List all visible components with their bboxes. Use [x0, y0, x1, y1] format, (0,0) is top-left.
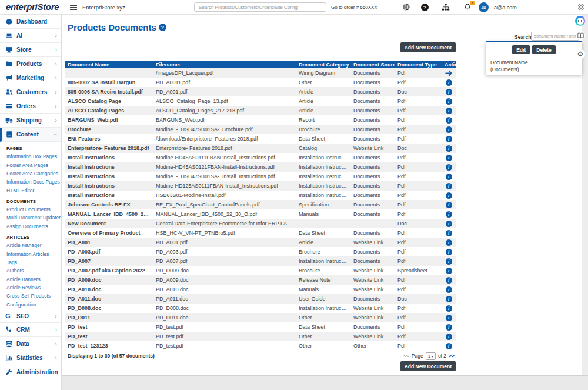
table-row[interactable]: Overview of Primary Product HSB_HC-V_VN-…	[65, 228, 456, 238]
notifications-bell-icon[interactable]: 3	[463, 3, 472, 11]
table-row[interactable]: Install Instructions Modine_-_HSB47SB01S…	[65, 172, 456, 181]
col-document-name[interactable]: Document Name	[65, 61, 153, 68]
page-help-icon[interactable]: ?	[159, 24, 166, 31]
info-icon[interactable]: i	[446, 277, 452, 284]
info-icon[interactable]: i	[446, 126, 452, 133]
table-row[interactable]: BARGUNS_Web.pdf BARGUNS_Web.pdf Report D…	[65, 115, 456, 125]
table-row[interactable]: PD_A007.pdf aka Caption 2022 PD_D009.doc…	[65, 266, 456, 275]
info-icon[interactable]: i	[446, 268, 452, 274]
info-icon[interactable]: i	[446, 239, 452, 246]
info-icon[interactable]: i	[446, 164, 452, 171]
sidebar-link[interactable]: Configuration	[0, 301, 61, 309]
info-icon[interactable]: i	[446, 79, 452, 86]
table-row[interactable]: PD_test_123123 PD_test.pdf Other Other P…	[65, 341, 456, 351]
info-icon[interactable]: i	[446, 202, 452, 208]
col-document-type[interactable]: Document Type	[395, 61, 442, 68]
next-page-button[interactable]: >>	[449, 353, 455, 359]
goto-order-link[interactable]: Go to order # 660XXX	[331, 5, 377, 10]
table-row[interactable]: 805-0002 SA Install Bargun PD_A0011.pdf …	[65, 78, 456, 87]
brand-logo[interactable]: enterpriStore	[6, 2, 59, 12]
sidebar-link[interactable]: Footer Area Pages	[0, 161, 61, 169]
sidebar-link[interactable]: Footer Area Categories	[0, 169, 61, 178]
apps-grid-icon[interactable]	[577, 3, 585, 11]
info-icon[interactable]: i	[446, 343, 452, 349]
sidebar-link[interactable]: HTML Editor	[0, 186, 61, 195]
table-row[interactable]: MANUAL_Lancer_IBD_4500_22_30_O MANUAL_La…	[65, 209, 456, 219]
table-row[interactable]: Install Instructions Modine-HD45AS0111FB…	[65, 153, 456, 162]
info-icon[interactable]: i	[446, 305, 452, 312]
arrow-right-icon[interactable]	[445, 69, 453, 77]
sidebar-link[interactable]: Tags	[0, 258, 61, 266]
info-icon[interactable]: i	[446, 155, 452, 161]
page-select[interactable]: 1 ▾	[426, 352, 436, 360]
sidebar-link[interactable]: Information Box Pages	[0, 152, 61, 161]
info-icon[interactable]: i	[446, 315, 452, 321]
sidebar-item-marketing[interactable]: Marketing ›	[0, 71, 61, 85]
table-row[interactable]: PD_A010.doc PD_A010.doc Manuals Website …	[65, 285, 456, 294]
table-row[interactable]: Brochure Modine_-_HSB47SB01SA-_Brochure.…	[65, 125, 456, 134]
table-row[interactable]: PD_D011 PD_D011.doc Other Website Link P…	[65, 313, 456, 322]
sidebar-item-store[interactable]: Store ›	[0, 43, 61, 57]
info-icon[interactable]: i	[446, 324, 452, 331]
info-icon[interactable]: i	[446, 174, 452, 180]
info-icon[interactable]: i	[446, 192, 452, 199]
table-row[interactable]: PD_test PD_test.pdf Other Website Link P…	[65, 332, 456, 341]
table-row[interactable]: PD_D008.doc PD_D008.doc Installation Ins…	[65, 304, 456, 313]
table-row[interactable]: New Document Central Data Enterpristore …	[65, 219, 456, 228]
info-icon[interactable]: i	[446, 230, 452, 236]
info-icon[interactable]: i	[446, 258, 452, 265]
sidebar-link[interactable]: Product Documents	[0, 205, 61, 214]
sidebar-item-ai[interactable]: AI ›	[0, 29, 61, 43]
sidebar-item-dashboard[interactable]: Dashboard	[0, 15, 61, 29]
assistant-chat-icon[interactable]	[575, 16, 585, 26]
table-row[interactable]: PD_A001 PD_A001.pdf Article Website Link…	[65, 238, 456, 247]
info-icon[interactable]: i	[446, 145, 452, 152]
sidebar-item-orders[interactable]: Orders ›	[0, 99, 61, 114]
sidebar-link[interactable]: Multi-Document Updater	[0, 214, 61, 222]
sidebar-item-statistics[interactable]: Statistics ›	[0, 351, 61, 365]
table-row[interactable]: ENt Features /download/Enterpristore- Fe…	[65, 134, 456, 144]
info-icon[interactable]: i	[446, 183, 452, 189]
docs-book-icon[interactable]	[576, 31, 585, 40]
sidebar-item-shipping[interactable]: Shipping ›	[0, 114, 61, 128]
table-row[interactable]: Install Instructions Modine-HD45AS0121FB…	[65, 162, 456, 172]
table-row[interactable]: 805-0006 SA Recirc Install.pdf PD_A001.p…	[65, 87, 456, 96]
delete-button[interactable]: Delete	[532, 45, 556, 54]
col-filename[interactable]: Filename:	[153, 61, 296, 68]
info-icon[interactable]: i	[446, 334, 452, 340]
info-icon[interactable]: i	[446, 249, 452, 255]
info-icon[interactable]: i	[446, 98, 452, 105]
sidebar-item-data[interactable]: Data ›	[0, 337, 61, 351]
info-icon[interactable]: i	[446, 136, 452, 142]
hamburger-menu-icon[interactable]	[70, 5, 77, 10]
sidebar-item-administration[interactable]: Administration	[0, 365, 61, 379]
prev-page-button[interactable]: <<	[403, 353, 409, 359]
sidebar-item-customers[interactable]: Customers ›	[0, 85, 61, 99]
info-icon[interactable]: i	[446, 286, 452, 293]
help-icon[interactable]: ?	[421, 4, 429, 11]
sitemap-icon[interactable]	[442, 3, 450, 11]
sidebar-link[interactable]: Article Reviews	[0, 284, 61, 292]
table-row[interactable]: PD_test PD_test.pdf Data Sheet Documents…	[65, 322, 456, 332]
sidebar-link[interactable]: Cross-Sell Products	[0, 292, 61, 300]
info-icon[interactable]: i	[446, 296, 452, 302]
sidebar-link[interactable]: Authors	[0, 266, 61, 275]
doc-search-input[interactable]	[531, 32, 579, 41]
col-document-source[interactable]: Document Source	[350, 61, 395, 68]
table-row[interactable]: ALSCO Catalog Pages ALSCO_Catalog_Pages_…	[65, 106, 456, 115]
add-new-document-button-bottom[interactable]: Add New Document	[400, 361, 456, 371]
table-row[interactable]: Install Instructions Modine-HD125AS0111F…	[65, 181, 456, 191]
table-row[interactable]: Enterpristore- Features 2018.pdf Enterpr…	[65, 144, 456, 153]
info-icon[interactable]: i	[446, 221, 452, 227]
info-icon[interactable]: i	[446, 211, 452, 218]
globe-icon[interactable]	[402, 3, 410, 11]
sidebar-link[interactable]: Article Banners	[0, 275, 61, 284]
sidebar-item-seo[interactable]: G SEO ›	[0, 309, 61, 323]
info-icon[interactable]: i	[446, 117, 452, 124]
user-avatar[interactable]: JD	[479, 2, 489, 12]
sidebar-link[interactable]: Information Articles	[0, 249, 61, 258]
table-row[interactable]: Johnson Controls BE-FX BE_FX_Prod_SpecCh…	[65, 200, 456, 209]
sidebar-link[interactable]: Assign Documents	[0, 222, 61, 231]
table-row[interactable]: /imagesDPI_Lacquer.pdf Wiring Diagram Do…	[65, 68, 456, 78]
edit-button[interactable]: Edit	[512, 45, 530, 54]
